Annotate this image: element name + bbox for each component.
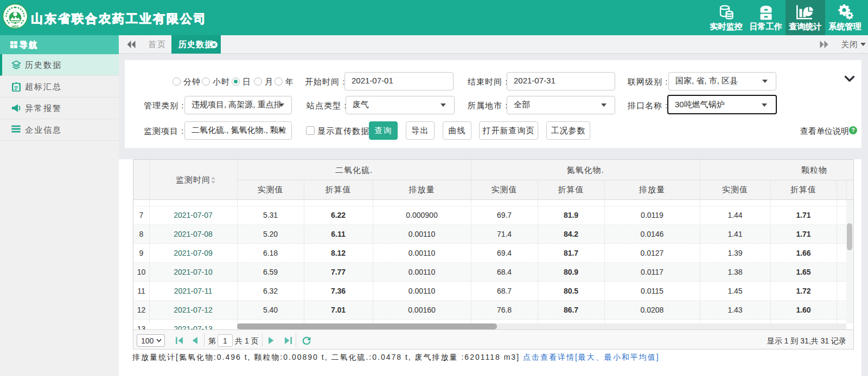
svg-text:MEE: MEE	[11, 25, 18, 28]
